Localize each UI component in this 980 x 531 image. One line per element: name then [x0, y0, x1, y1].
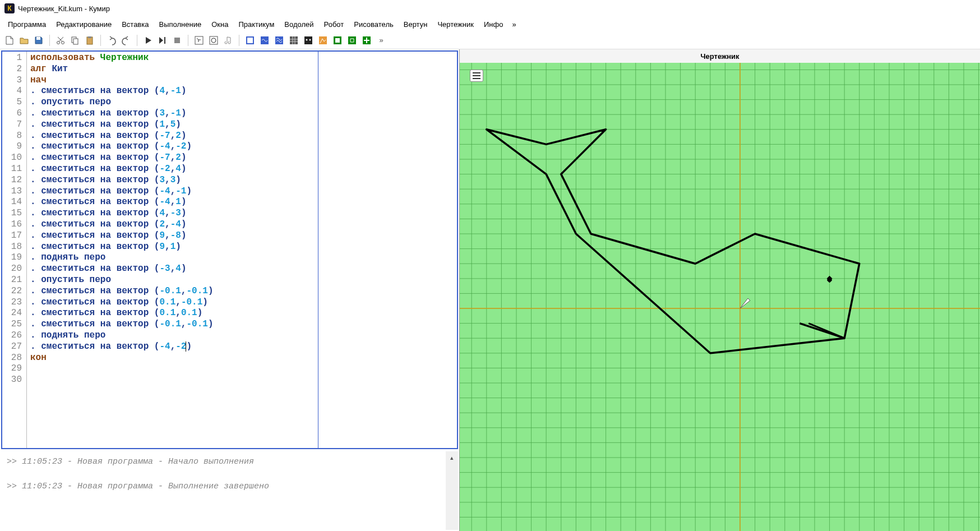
code-line[interactable]: . сместиться на вектор (3,3) — [30, 175, 315, 186]
line-number: 14 — [2, 197, 26, 208]
module-icon-6[interactable] — [317, 34, 329, 47]
code-line[interactable]: . сместиться на вектор (3,-1) — [30, 108, 315, 119]
code-line[interactable]: . сместиться на вектор (9,1) — [30, 242, 315, 253]
line-number: 18 — [2, 242, 26, 253]
code-line[interactable]: . опустить перо — [30, 275, 315, 286]
menu-item-Вертун[interactable]: Вертун — [399, 19, 432, 30]
scroll-up-icon[interactable]: ▴ — [447, 452, 457, 463]
menu-item-Практикум[interactable]: Практикум — [234, 19, 279, 30]
module-icon-4[interactable] — [288, 34, 300, 47]
line-number: 15 — [2, 208, 26, 219]
code-line[interactable]: алг Кит — [30, 64, 315, 75]
menu-item-Робот[interactable]: Робот — [320, 19, 349, 30]
tool-actor1-icon[interactable] — [193, 34, 205, 47]
line-number: 2 — [2, 64, 26, 75]
toolbar-separator — [188, 35, 188, 46]
paste-icon[interactable] — [84, 34, 96, 47]
code-line[interactable]: . сместиться на вектор (0.1,0.1) — [30, 308, 315, 319]
menu-item-Рисователь[interactable]: Рисователь — [349, 19, 397, 30]
line-number: 25 — [2, 319, 26, 330]
redo-icon[interactable] — [120, 34, 132, 47]
svg-rect-4 — [73, 39, 78, 44]
code-line[interactable]: . сместиться на вектор (-4,-2) — [30, 341, 315, 353]
code-line[interactable]: кон — [30, 353, 315, 364]
code-line[interactable]: . сместиться на вектор (4,-1) — [30, 86, 315, 97]
line-number: 21 — [2, 275, 26, 286]
module-icon-3[interactable] — [273, 34, 285, 47]
code-line[interactable]: . сместиться на вектор (-3,4) — [30, 264, 315, 275]
right-panel: Чертежник — [460, 49, 980, 531]
titlebar: К Чертежник_Kit.kum - Кумир — [0, 0, 980, 17]
code-line[interactable]: . сместиться на вектор (1,5) — [30, 119, 315, 131]
menubar: ПрограммаРедактированиеВставкаВыполнение… — [0, 17, 980, 31]
menu-item-Окна[interactable]: Окна — [207, 19, 233, 30]
svg-rect-10 — [210, 36, 218, 44]
line-number: 13 — [2, 186, 26, 197]
console-scrollbar[interactable]: ▴ — [446, 451, 458, 530]
code-line[interactable] — [30, 375, 315, 386]
code-line[interactable]: . сместиться на вектор (-7,2) — [30, 153, 315, 164]
menu-item-Редактирование[interactable]: Редактирование — [52, 19, 116, 30]
svg-rect-17 — [304, 36, 312, 44]
undo-icon[interactable] — [105, 34, 118, 47]
toolbar-separator — [239, 35, 239, 46]
module-icon-1[interactable] — [244, 34, 256, 47]
open-file-icon[interactable] — [18, 34, 30, 47]
save-file-icon[interactable] — [33, 34, 45, 47]
code-line[interactable] — [30, 363, 315, 375]
svg-rect-8 — [174, 38, 180, 43]
run-icon[interactable] — [142, 34, 154, 47]
line-number: 27 — [2, 341, 26, 353]
cut-icon[interactable] — [54, 34, 67, 47]
menu-item-Выполнение[interactable]: Выполнение — [154, 19, 206, 30]
code-editor[interactable]: 1234567891011121314151617181920212223242… — [1, 50, 458, 449]
svg-rect-16 — [290, 36, 298, 44]
code-line[interactable]: . сместиться на вектор (-4,-2) — [30, 141, 315, 153]
tool-music-icon[interactable] — [222, 34, 234, 47]
code-line[interactable]: . сместиться на вектор (-0.1,-0.1) — [30, 319, 315, 330]
svg-rect-9 — [195, 36, 203, 44]
toolbar-overflow[interactable]: » — [375, 34, 387, 47]
module-icon-2[interactable] — [258, 34, 271, 47]
code-area[interactable]: использовать Чертежникалг Китнач. смести… — [27, 52, 318, 448]
code-line[interactable]: . поднять перо — [30, 252, 315, 264]
line-number: 6 — [2, 108, 26, 119]
line-number: 9 — [2, 141, 26, 153]
code-line[interactable]: . сместиться на вектор (-4,-1) — [30, 186, 315, 197]
menu-overflow[interactable]: » — [509, 19, 519, 30]
code-line[interactable]: . сместиться на вектор (-4,1) — [30, 197, 315, 208]
menu-item-Чертежник[interactable]: Чертежник — [433, 19, 478, 30]
code-line[interactable]: . сместиться на вектор (-0.1,-0.1) — [30, 286, 315, 297]
menu-item-Инфо[interactable]: Инфо — [479, 19, 507, 30]
canvas-title: Чертежник — [460, 49, 980, 63]
code-line[interactable]: . сместиться на вектор (9,-8) — [30, 230, 315, 242]
step-icon[interactable] — [156, 34, 169, 47]
code-line[interactable]: . сместиться на вектор (2,-4) — [30, 219, 315, 230]
copy-icon[interactable] — [69, 34, 81, 47]
tool-actor2-icon[interactable] — [207, 34, 220, 47]
code-line[interactable]: . опустить перо — [30, 97, 315, 108]
svg-point-1 — [57, 41, 60, 44]
module-icon-5[interactable] — [302, 34, 315, 47]
code-line[interactable]: . сместиться на вектор (-7,2) — [30, 131, 315, 142]
code-line[interactable]: . сместиться на вектор (0.1,-0.1) — [30, 297, 315, 308]
menu-item-Программа[interactable]: Программа — [3, 19, 50, 30]
window-title: Чертежник_Kit.kum - Кумир — [18, 4, 110, 13]
code-line[interactable]: использовать Чертежник — [30, 53, 315, 64]
code-line[interactable]: . сместиться на вектор (-2,4) — [30, 164, 315, 175]
module-icon-9[interactable] — [360, 34, 373, 47]
line-number: 19 — [2, 252, 26, 264]
line-number: 20 — [2, 264, 26, 275]
svg-rect-15 — [275, 36, 283, 44]
module-icon-8[interactable] — [346, 34, 358, 47]
code-line[interactable]: . сместиться на вектор (4,-3) — [30, 208, 315, 219]
code-line[interactable]: . поднять перо — [30, 330, 315, 341]
new-file-icon[interactable] — [3, 34, 16, 47]
stop-icon[interactable] — [171, 34, 183, 47]
menu-item-Водолей[interactable]: Водолей — [280, 19, 318, 30]
canvas-menu-button[interactable] — [470, 70, 483, 82]
module-icon-7[interactable] — [331, 34, 344, 47]
code-line[interactable]: нач — [30, 75, 315, 86]
drawing-canvas[interactable] — [460, 63, 980, 531]
menu-item-Вставка[interactable]: Вставка — [117, 19, 153, 30]
